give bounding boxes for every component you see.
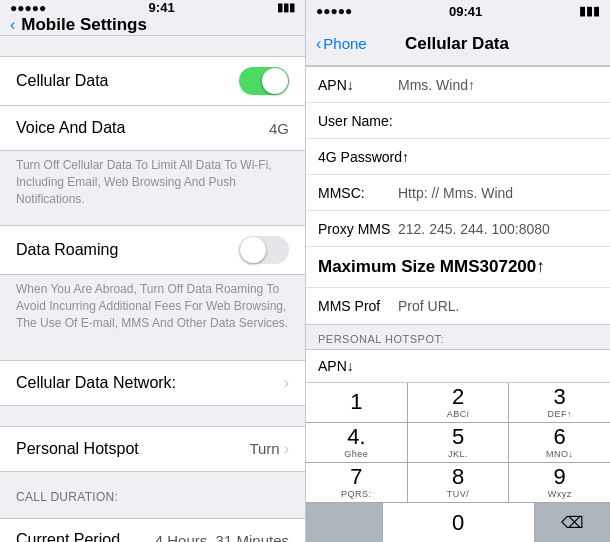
roaming-description: When You Are Abroad, Turn Off Data Roami… (0, 275, 305, 339)
hotspot-group: Personal Hotspot Turn › (0, 426, 305, 472)
network-label: Cellular Data Network: (16, 374, 176, 392)
cellular-form: APN↓ Mms. Wind↑ User Name: 4G Password↑ … (306, 66, 610, 325)
apn-label: APN↓ (318, 77, 398, 93)
hotspot-row[interactable]: Personal Hotspot Turn › (0, 427, 305, 471)
keyboard-row-3: 7 PQRS: 8 TUV/ 9 Wxyz (306, 463, 610, 503)
cellular-data-row: Cellular Data (0, 57, 305, 105)
hotspot-apn-row[interactable]: APN↓ (306, 349, 610, 383)
key-1[interactable]: 1 (306, 383, 408, 422)
key-6[interactable]: 6 MNO↓ (509, 423, 610, 462)
left-back-icon: ‹ (10, 16, 15, 34)
left-battery: ▮▮▮ (277, 1, 295, 14)
cellular-data-label: Cellular Data (16, 72, 108, 90)
mmsc-value: Http: // Mms. Wind (398, 185, 598, 201)
cellular-description: Turn Off Cellular Data To Limit All Data… (0, 151, 305, 215)
prof-url-row[interactable]: MMS Prof Prof URL. (306, 288, 610, 324)
network-chevron: › (284, 374, 289, 392)
voice-data-group: Voice And Data 4G (0, 106, 305, 151)
hotspot-value: Turn (249, 440, 279, 457)
data-roaming-group: Data Roaming (0, 225, 305, 275)
network-group: Cellular Data Network: › (0, 360, 305, 406)
data-roaming-knob (240, 237, 266, 263)
right-page-title: Cellular Data (405, 34, 509, 54)
voice-data-label: Voice And Data (16, 119, 125, 137)
key-7[interactable]: 7 PQRS: (306, 463, 408, 502)
hotspot-section: Personal Hotspot Turn › (0, 416, 305, 472)
hotspot-right: Turn › (249, 440, 289, 458)
current-period-row: Current Period 4 Hours, 31 Minutes (0, 519, 305, 542)
left-back-button[interactable]: ‹ (10, 16, 15, 34)
max-size-label: Maximum Size MMS (318, 257, 480, 277)
voice-data-value: 4G (269, 120, 289, 137)
key-5[interactable]: 5 JKL. (408, 423, 510, 462)
right-time: 09:41 (449, 4, 482, 19)
max-size-value: 307200↑ (480, 257, 545, 277)
key-0[interactable]: 0 (383, 503, 535, 542)
data-roaming-toggle[interactable] (239, 236, 289, 264)
hotspot-apn-label: APN↓ (318, 358, 398, 374)
right-panel: ●●●●● 09:41 ▮▮▮ ‹ Phone Cellular Data AP… (305, 0, 610, 542)
toggle-knob (262, 68, 288, 94)
left-time: 9:41 (149, 0, 175, 15)
call-duration-section: CALL DURATION: Current Period 4 Hours, 3… (0, 482, 305, 542)
key-8[interactable]: 8 TUV/ (408, 463, 510, 502)
call-duration-header: CALL DURATION: (0, 482, 305, 508)
apn-row[interactable]: APN↓ Mms. Wind↑ (306, 67, 610, 103)
key-special[interactable] (306, 503, 383, 542)
left-page-title: Mobile Settings (21, 15, 147, 35)
right-back-button[interactable]: ‹ Phone (316, 35, 367, 53)
username-label: User Name: (318, 113, 398, 129)
voice-data-row[interactable]: Voice And Data 4G (0, 106, 305, 150)
left-panel: ●●●●● 9:41 ▮▮▮ ‹ Mobile Settings Cellula… (0, 0, 305, 542)
right-status-bar: ●●●●● 09:41 ▮▮▮ (306, 0, 610, 22)
mmsc-label: MMSC: (318, 185, 398, 201)
personal-hotspot-header: PERSONAL HOTSPOT: (306, 325, 610, 349)
key-3[interactable]: 3 DEF↑ (509, 383, 610, 422)
apn-value: Mms. Wind↑ (398, 77, 598, 93)
left-nav-header: ‹ Mobile Settings (0, 15, 305, 36)
right-battery: ▮▮▮ (579, 4, 600, 18)
cellular-data-group: Cellular Data (0, 56, 305, 106)
keyboard-row-4: 0 ⌫ (306, 503, 610, 542)
prof-url-value: Prof URL. (398, 298, 598, 314)
network-row[interactable]: Cellular Data Network: › (0, 361, 305, 405)
keyboard-row-2: 4. Ghee 5 JKL. 6 MNO↓ (306, 423, 610, 463)
right-nav-header: ‹ Phone Cellular Data (306, 22, 610, 66)
key-4[interactable]: 4. Ghee (306, 423, 408, 462)
current-period-label: Current Period (16, 531, 120, 542)
cellular-data-toggle[interactable] (239, 67, 289, 95)
right-signal: ●●●●● (316, 4, 352, 18)
cellular-data-section: Cellular Data Voice And Data 4G Turn Off… (0, 46, 305, 215)
network-section: Cellular Data Network: › (0, 350, 305, 406)
username-row[interactable]: User Name: (306, 103, 610, 139)
data-roaming-section: Data Roaming When You Are Abroad, Turn O… (0, 215, 305, 339)
hotspot-label: Personal Hotspot (16, 440, 139, 458)
left-signal: ●●●●● (10, 1, 46, 15)
data-roaming-row: Data Roaming (0, 226, 305, 274)
right-back-label: Phone (323, 35, 366, 52)
prof-url-label: MMS Prof (318, 298, 398, 314)
left-status-bar: ●●●●● 9:41 ▮▮▮ (0, 0, 305, 15)
proxy-label: Proxy MMS (318, 221, 398, 237)
keyboard-row-1: 1 2 ABCi 3 DEF↑ (306, 383, 610, 423)
current-period-value: 4 Hours, 31 Minutes (155, 532, 289, 542)
max-size-row[interactable]: Maximum Size MMS 307200↑ (306, 247, 610, 288)
key-2[interactable]: 2 ABCi (408, 383, 510, 422)
delete-icon: ⌫ (561, 513, 584, 532)
key-9[interactable]: 9 Wxyz (509, 463, 610, 502)
keyboard: 1 2 ABCi 3 DEF↑ 4. Ghee 5 JKL. 6 (306, 383, 610, 542)
call-duration-group: Current Period 4 Hours, 31 Minutes Total… (0, 518, 305, 542)
key-delete[interactable]: ⌫ (535, 503, 611, 542)
proxy-value: 212. 245. 244. 100:8080 (398, 221, 598, 237)
hotspot-chevron: › (284, 440, 289, 458)
data-roaming-label: Data Roaming (16, 241, 118, 259)
password-label: 4G Password↑ (318, 149, 409, 165)
right-back-icon: ‹ (316, 35, 321, 53)
mmsc-row[interactable]: MMSC: Http: // Mms. Wind (306, 175, 610, 211)
proxy-row[interactable]: Proxy MMS 212. 245. 244. 100:8080 (306, 211, 610, 247)
password-row[interactable]: 4G Password↑ (306, 139, 610, 175)
